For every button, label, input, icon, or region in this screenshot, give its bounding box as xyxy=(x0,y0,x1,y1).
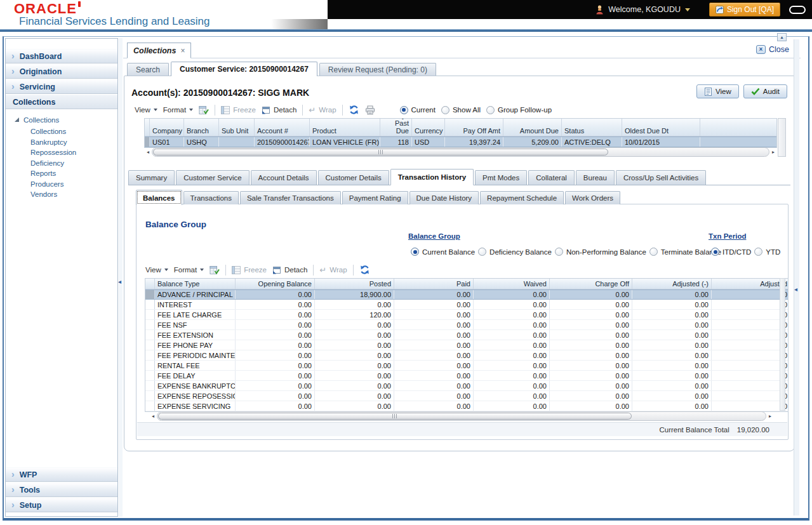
detail-tab[interactable]: Pmt Modes xyxy=(475,170,527,185)
sub-tab[interactable]: Balances xyxy=(136,190,182,205)
wrap-button[interactable]: ↵ Wrap xyxy=(309,105,336,115)
column-header[interactable]: Balance Type xyxy=(155,279,236,289)
detail-tab[interactable]: Cross/Up Sell Activities xyxy=(616,170,706,185)
tree-item[interactable]: Repossession xyxy=(30,147,117,158)
column-header[interactable]: Status xyxy=(562,119,622,136)
page-tab[interactable]: Search xyxy=(127,63,169,76)
column-header[interactable]: Waived xyxy=(474,279,550,289)
page-tab[interactable]: Review Request (Pending: 0) xyxy=(319,63,436,76)
row-selector[interactable] xyxy=(145,381,155,390)
column-header[interactable]: Posted xyxy=(315,279,394,289)
export-to-excel-icon[interactable] xyxy=(210,265,220,275)
scroll-left-icon[interactable]: ◂ xyxy=(144,147,152,157)
refresh-icon[interactable] xyxy=(349,105,359,115)
txn-period-radio[interactable]: YTD xyxy=(754,248,780,256)
column-header[interactable]: Company xyxy=(150,119,184,136)
detail-tab[interactable]: Transaction History xyxy=(390,169,474,185)
sign-out-button[interactable]: Sign Out [QA] xyxy=(709,3,780,17)
welcome-menu[interactable]: Welcome, KGOUDU xyxy=(596,5,690,15)
balance-group-radio[interactable]: Deficiency Balance xyxy=(478,248,552,256)
sub-tab[interactable]: Sale Transfer Transactions xyxy=(240,191,341,204)
sub-tab[interactable]: Due Date History xyxy=(409,191,479,204)
view-menu[interactable]: View xyxy=(145,266,168,274)
table-row[interactable]: US01USHQ20150900014267LOAN VEHICLE (FR)1… xyxy=(145,136,777,147)
sidebar-section-collections[interactable]: Collections xyxy=(6,95,117,109)
detail-tab[interactable]: Customer Service xyxy=(176,170,249,185)
column-header[interactable]: Product xyxy=(310,119,380,136)
scroll-left-icon[interactable]: ◂ xyxy=(149,411,157,421)
table-row[interactable]: RENTAL FEE0.000.000.000.000.000.000 xyxy=(145,361,789,371)
column-header[interactable]: Paid xyxy=(394,279,474,289)
txn-period-radio[interactable]: ITD/CTD xyxy=(711,248,751,256)
wrap-button[interactable]: ↵ Wrap xyxy=(319,265,347,275)
view-button[interactable]: View xyxy=(696,84,739,98)
sub-tab[interactable]: Work Orders xyxy=(565,191,620,204)
column-header[interactable]: Opening Balance xyxy=(236,279,315,289)
scrollbar-track[interactable] xyxy=(157,411,766,421)
tree-item[interactable]: Deficiency xyxy=(30,158,117,169)
column-header[interactable]: Adjusted xyxy=(712,279,789,289)
detail-tab[interactable]: Account Details xyxy=(251,170,317,185)
column-header[interactable]: Sub Unit xyxy=(219,119,255,136)
row-selector[interactable] xyxy=(145,350,155,360)
column-header[interactable]: Days Past Due xyxy=(380,119,412,136)
sidebar-section[interactable]: › Setup xyxy=(6,498,117,512)
row-selector[interactable] xyxy=(145,371,155,380)
sidebar-section[interactable]: › WFP xyxy=(6,467,117,482)
column-header[interactable]: Pay Off Amt xyxy=(445,119,503,136)
row-selector[interactable] xyxy=(145,320,155,329)
detail-tab[interactable]: Customer Details xyxy=(318,170,389,185)
tree-item[interactable]: Collections xyxy=(30,126,117,137)
row-selector[interactable] xyxy=(145,361,155,370)
row-selector[interactable] xyxy=(145,330,155,340)
balance-group-radio[interactable]: Non-Performing Balance xyxy=(555,248,646,256)
freeze-button[interactable]: Freeze xyxy=(221,106,256,114)
page-tab[interactable]: Customer Service: 20150900014267 xyxy=(171,62,317,76)
row-selector[interactable] xyxy=(145,300,155,309)
detach-button[interactable]: Detach xyxy=(262,106,296,114)
column-header[interactable]: Amount Due xyxy=(503,119,562,136)
view-menu[interactable]: View xyxy=(135,106,157,114)
column-header[interactable]: Account # xyxy=(255,119,310,136)
sidebar-section[interactable]: › Servicing xyxy=(6,79,117,94)
detach-button[interactable]: Detach xyxy=(272,266,307,274)
sidebar-section[interactable]: › DashBoard xyxy=(6,49,117,63)
tree-item[interactable]: Producers xyxy=(30,179,117,190)
row-selector[interactable] xyxy=(145,340,155,350)
sidebar-section[interactable]: › Origination xyxy=(6,64,117,79)
table-row[interactable]: EXPENSE BANKRUPTCY0.000.000.000.000.000.… xyxy=(145,381,789,391)
scroll-right-icon[interactable]: ▸ xyxy=(766,411,774,421)
tree-item[interactable]: Bankruptcy xyxy=(30,137,117,148)
column-header[interactable]: Charge Off xyxy=(550,279,632,289)
print-icon[interactable] xyxy=(365,105,375,115)
table-row[interactable]: FEE NSF0.000.000.000.000.000.000 xyxy=(145,320,789,330)
scrollbar-thumb[interactable] xyxy=(158,413,632,420)
column-header[interactable]: Adjusted (-) xyxy=(632,279,712,289)
refresh-icon[interactable] xyxy=(359,265,370,275)
collapse-sidebar-icon[interactable]: ◂ xyxy=(118,278,121,285)
row-selector[interactable] xyxy=(145,310,155,319)
table-row[interactable]: FEE PHONE PAY0.000.000.000.000.000.000 xyxy=(145,340,789,350)
filter-radio[interactable]: Show All xyxy=(441,106,481,114)
table-row[interactable]: FEE LATE CHARGE0.00120.000.000.000.000.0… xyxy=(145,310,789,320)
audit-button[interactable]: Audit xyxy=(743,84,787,98)
tree-item[interactable]: Reports xyxy=(30,168,117,179)
table-row[interactable]: FEE PERIODIC MAINTE...0.000.000.000.000.… xyxy=(145,350,789,361)
collapse-right-icon[interactable]: ◂ xyxy=(794,286,797,293)
table-row[interactable]: FEE EXTENSION0.000.000.000.000.000.000 xyxy=(145,330,789,340)
row-selector[interactable] xyxy=(145,290,155,299)
export-to-excel-icon[interactable] xyxy=(199,105,209,115)
column-header[interactable]: Oldest Due Dt xyxy=(622,119,700,136)
tab-close-icon[interactable]: × xyxy=(180,46,185,55)
doc-tab-collections[interactable]: Collections × xyxy=(127,43,191,58)
row-selector[interactable] xyxy=(145,137,150,147)
horizontal-scrollbar[interactable]: ◂ ▸ xyxy=(144,147,777,157)
row-selector[interactable] xyxy=(145,401,155,411)
row-selector[interactable] xyxy=(145,391,155,401)
format-menu[interactable]: Format xyxy=(174,266,204,274)
right-splitter[interactable]: ◂ xyxy=(794,39,799,515)
scroll-right-icon[interactable]: ▸ xyxy=(769,147,777,157)
filter-radio[interactable]: Current xyxy=(400,106,436,114)
sub-tab[interactable]: Transactions xyxy=(183,191,239,204)
table-row[interactable]: INTEREST0.000.000.000.000.000.000 xyxy=(145,300,789,310)
